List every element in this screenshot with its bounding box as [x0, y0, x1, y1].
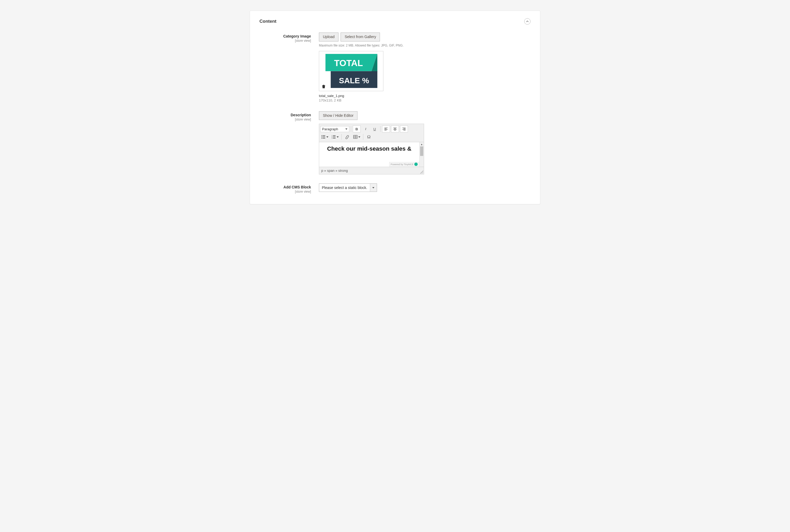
category-image-scope: [store view]: [259, 39, 311, 42]
caret-down-icon: [358, 136, 360, 138]
toolbar-separator: [363, 134, 363, 140]
align-center-icon: [393, 127, 397, 131]
svg-point-8: [322, 137, 322, 137]
collapse-toggle[interactable]: [524, 18, 531, 24]
image-thumbnail: TOTAL SALE %: [319, 51, 383, 91]
table-button[interactable]: [352, 134, 362, 140]
trash-icon: [322, 84, 326, 89]
svg-rect-11: [323, 138, 325, 138]
content-panel: Content Category Image [store view] Uplo…: [250, 11, 540, 204]
scroll-track[interactable]: [420, 147, 424, 167]
scroll-up-arrow[interactable]: ▲: [420, 142, 424, 147]
link-button[interactable]: [343, 133, 351, 140]
image-preview: TOTAL SALE % total_sale_1.png 170x110, 2…: [319, 51, 383, 102]
description-scope: [store view]: [259, 118, 311, 121]
editor-path[interactable]: p » span » strong: [319, 167, 424, 174]
upload-hint: Maximum file size: 2 MB. Allowed file ty…: [319, 44, 531, 47]
powered-by-badge[interactable]: Powered by TinyMCE: [389, 162, 419, 167]
format-select[interactable]: Paragraph: [320, 126, 349, 132]
svg-rect-7: [323, 135, 325, 136]
svg-rect-13: [333, 135, 335, 136]
numbered-list-button[interactable]: 123: [330, 134, 340, 140]
field-control-col: Upload Select from Gallery Maximum file …: [319, 33, 531, 102]
svg-rect-15: [333, 137, 335, 137]
field-label-col: Category Image [store view]: [259, 33, 319, 102]
scroll-thumb[interactable]: [420, 147, 423, 156]
bullet-list-icon: [321, 135, 326, 139]
svg-rect-9: [323, 137, 325, 137]
resize-handle[interactable]: [420, 170, 423, 174]
align-left-button[interactable]: [382, 126, 390, 132]
field-description: Description [store view] Show / Hide Edi…: [259, 111, 531, 175]
cms-block-label: Add CMS Block: [284, 185, 311, 189]
upload-button[interactable]: Upload: [319, 33, 339, 41]
wysiwyg-editor: Paragraph B I U: [319, 124, 424, 174]
powered-by-text: Powered by TinyMCE: [390, 163, 413, 166]
bullet-list-button[interactable]: [320, 134, 329, 140]
editor-scrollbar[interactable]: ▲: [419, 142, 424, 167]
image-filename: total_sale_1.png: [319, 94, 383, 98]
svg-rect-17: [333, 138, 335, 138]
format-select-value: Paragraph: [322, 127, 338, 131]
toggle-editor-button[interactable]: Show / Hide Editor: [319, 111, 358, 120]
svg-text:SALE %: SALE %: [339, 76, 369, 85]
editor-path-text: p » span » strong: [321, 169, 348, 173]
toolbar-separator: [380, 126, 381, 132]
field-label-col: Add CMS Block [store view]: [259, 184, 319, 193]
table-icon: [353, 135, 358, 139]
cms-block-scope: [store view]: [259, 190, 311, 193]
field-category-image: Category Image [store view] Upload Selec…: [259, 33, 531, 102]
field-control-col: Show / Hide Editor Paragraph B I U: [319, 111, 531, 175]
chevron-up-icon: [526, 20, 529, 23]
editor-toolbar: Paragraph B I U: [319, 124, 424, 142]
field-control-col: Please select a static block.: [319, 184, 531, 193]
caret-down-icon: [345, 129, 347, 130]
caret-down-icon: [336, 136, 339, 138]
link-icon: [345, 135, 349, 139]
align-left-icon: [384, 127, 388, 131]
align-right-icon: [402, 127, 406, 131]
svg-point-6: [322, 135, 322, 136]
select-from-gallery-button[interactable]: Select from Gallery: [341, 33, 380, 41]
panel-title: Content: [259, 19, 276, 24]
image-frame[interactable]: TOTAL SALE %: [319, 51, 383, 91]
caret-down-icon: [326, 136, 328, 138]
editor-body-wrap: Check our mid-season sales & ▲ Powered b…: [319, 142, 424, 167]
field-label-col: Description [store view]: [259, 111, 319, 175]
toolbar-separator: [351, 126, 351, 132]
image-meta: total_sale_1.png 170x110, 2 KB: [319, 94, 383, 102]
category-image-label: Category Image: [283, 34, 311, 38]
delete-image-button[interactable]: [321, 83, 327, 89]
select-arrow-button[interactable]: [370, 184, 377, 192]
tinymce-logo-icon: [414, 163, 418, 166]
align-center-button[interactable]: [391, 126, 399, 132]
field-cms-block: Add CMS Block [store view] Please select…: [259, 184, 531, 193]
image-dimensions: 170x110, 2 KB: [319, 98, 383, 102]
cms-block-select[interactable]: Please select a static block.: [319, 184, 377, 192]
underline-button[interactable]: U: [371, 126, 379, 132]
align-right-button[interactable]: [400, 126, 408, 132]
svg-point-10: [322, 138, 322, 139]
panel-header: Content: [259, 18, 531, 24]
numbered-list-icon: 123: [332, 135, 336, 139]
special-char-button[interactable]: Ω: [365, 133, 373, 140]
cms-block-select-value: Please select a static block.: [319, 184, 370, 192]
bold-button[interactable]: B: [353, 126, 361, 132]
toolbar-separator: [341, 134, 342, 140]
svg-text:TOTAL: TOTAL: [334, 58, 363, 68]
caret-down-icon: [372, 187, 374, 188]
italic-button[interactable]: I: [362, 126, 370, 132]
svg-text:3: 3: [332, 137, 332, 139]
description-label: Description: [291, 113, 311, 117]
